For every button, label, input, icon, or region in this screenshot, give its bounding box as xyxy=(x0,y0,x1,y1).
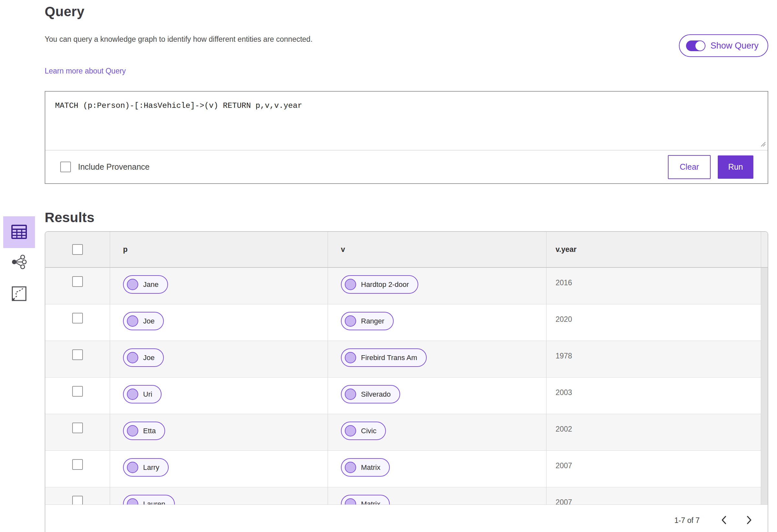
table-pagination-bar: 1-7 of 7 xyxy=(45,505,768,532)
show-query-label: Show Query xyxy=(710,41,759,51)
vehicle-node-pill[interactable]: Matrix xyxy=(341,495,390,505)
column-header-v[interactable]: v xyxy=(328,232,546,267)
row-checkbox[interactable] xyxy=(72,386,83,397)
table-row: Jane Hardtop 2-door 2016 xyxy=(45,268,768,304)
node-icon xyxy=(345,498,356,505)
node-icon xyxy=(127,462,138,473)
pill-label: Jane xyxy=(143,281,158,289)
node-icon xyxy=(345,389,356,400)
node-icon xyxy=(127,498,138,505)
column-header-vyear[interactable]: v.year xyxy=(546,232,768,267)
column-header-p[interactable]: p xyxy=(110,232,328,267)
results-table-card: p v v.year Jane Hardtop 2-door 2016 Joe … xyxy=(45,231,768,532)
vehicle-node-pill[interactable]: Hardtop 2-door xyxy=(341,275,418,294)
chevron-right-icon xyxy=(745,515,753,526)
pill-label: Firebird Trans Am xyxy=(361,353,417,362)
person-node-pill[interactable]: Jane xyxy=(123,275,168,294)
node-icon xyxy=(345,315,356,327)
pill-label: Silverado xyxy=(361,390,391,399)
results-section-title: Results xyxy=(45,210,768,225)
vehicle-node-pill[interactable]: Civic xyxy=(341,422,386,440)
graph-view-button[interactable] xyxy=(9,252,29,272)
table-row: Joe Ranger 2020 xyxy=(45,304,768,341)
vehicle-node-pill[interactable]: Firebird Trans Am xyxy=(341,348,427,367)
year-cell: 2016 xyxy=(546,268,768,304)
chevron-left-icon xyxy=(720,515,728,526)
row-checkbox[interactable] xyxy=(72,423,83,433)
map-view-icon xyxy=(11,286,27,302)
table-scrollbar[interactable] xyxy=(761,232,768,505)
vehicle-node-pill[interactable]: Silverado xyxy=(341,385,400,404)
table-view-icon xyxy=(11,224,27,240)
node-icon xyxy=(127,425,138,436)
query-page: Query You can query a knowledge graph to… xyxy=(0,0,777,532)
pill-label: Joe xyxy=(143,353,154,362)
pill-label: Lauren xyxy=(143,500,165,505)
pill-label: Joe xyxy=(143,317,154,325)
vehicle-node-pill[interactable]: Matrix xyxy=(341,458,390,476)
learn-more-link[interactable]: Learn more about Query xyxy=(45,67,126,76)
graph-view-icon xyxy=(11,254,27,271)
table-row: Uri Silverado 2003 xyxy=(45,378,768,414)
query-description: You can query a knowledge graph to ident… xyxy=(45,34,768,44)
table-row: Larry Matrix 2007 xyxy=(45,451,768,487)
person-node-pill[interactable]: Lauren xyxy=(123,495,175,505)
person-node-pill[interactable]: Etta xyxy=(123,422,165,440)
row-checkbox[interactable] xyxy=(72,496,83,505)
node-icon xyxy=(345,279,356,290)
year-cell: 2020 xyxy=(546,304,768,341)
next-page-button[interactable] xyxy=(742,513,757,528)
row-checkbox[interactable] xyxy=(72,349,83,360)
include-provenance-checkbox[interactable] xyxy=(60,162,71,172)
toggle-switch-icon[interactable] xyxy=(686,40,705,51)
pill-label: Uri xyxy=(143,390,152,399)
select-all-checkbox[interactable] xyxy=(72,244,83,255)
query-section-title: Query xyxy=(45,0,768,19)
pill-label: Matrix xyxy=(361,463,380,472)
include-provenance-label: Include Provenance xyxy=(78,162,149,172)
map-view-button[interactable] xyxy=(9,284,29,304)
person-node-pill[interactable]: Uri xyxy=(123,385,161,404)
pill-label: Ranger xyxy=(361,317,384,325)
vehicle-node-pill[interactable]: Ranger xyxy=(341,312,394,330)
table-header-row: p v v.year xyxy=(45,232,768,268)
node-icon xyxy=(345,352,356,363)
scrollbar-thumb[interactable] xyxy=(761,268,768,505)
row-checkbox[interactable] xyxy=(72,459,83,470)
table-row: Joe Firebird Trans Am 1978 xyxy=(45,341,768,378)
previous-page-button[interactable] xyxy=(716,513,731,528)
node-icon xyxy=(127,352,138,363)
table-row: Etta Civic 2002 xyxy=(45,414,768,451)
clear-button[interactable]: Clear xyxy=(668,155,710,179)
node-icon xyxy=(127,315,138,327)
pagination-range-label: 1-7 of 7 xyxy=(674,516,700,525)
year-cell: 2003 xyxy=(546,378,768,414)
person-node-pill[interactable]: Joe xyxy=(123,348,164,367)
node-icon xyxy=(345,425,356,436)
show-query-toggle[interactable]: Show Query xyxy=(679,34,768,57)
pill-label: Larry xyxy=(143,463,159,472)
node-icon xyxy=(127,389,138,400)
person-node-pill[interactable]: Joe xyxy=(123,312,164,330)
query-input[interactable]: MATCH (p:Person)-[:HasVehicle]->(v) RETU… xyxy=(45,92,768,150)
table-row: Lauren Matrix 2007 xyxy=(45,487,768,505)
resize-handle-icon[interactable] xyxy=(760,141,766,148)
person-node-pill[interactable]: Larry xyxy=(123,458,169,476)
table-view-button[interactable] xyxy=(3,216,35,248)
pill-label: Civic xyxy=(361,427,376,435)
node-icon xyxy=(127,279,138,290)
pill-label: Etta xyxy=(143,427,156,435)
query-editor-box: MATCH (p:Person)-[:HasVehicle]->(v) RETU… xyxy=(45,91,768,184)
run-button[interactable]: Run xyxy=(718,155,753,179)
table-body: Jane Hardtop 2-door 2016 Joe Ranger 2020… xyxy=(45,268,768,505)
year-cell: 2007 xyxy=(546,487,768,505)
year-cell: 1978 xyxy=(546,341,768,377)
year-cell: 2002 xyxy=(546,414,768,450)
results-view-switcher xyxy=(3,216,35,304)
year-cell: 2007 xyxy=(546,451,768,487)
pill-label: Hardtop 2-door xyxy=(361,281,409,289)
row-checkbox[interactable] xyxy=(72,313,83,323)
node-icon xyxy=(345,462,356,473)
row-checkbox[interactable] xyxy=(72,276,83,287)
pill-label: Matrix xyxy=(361,500,380,505)
